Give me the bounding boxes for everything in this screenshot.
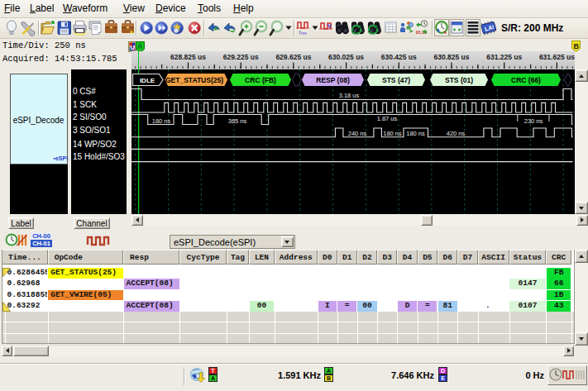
svg-text:180 ns: 180 ns: [383, 130, 402, 137]
svg-text:Tms: Tms: [299, 31, 307, 36]
svg-text:630.825 us: 630.825 us: [433, 53, 469, 61]
svg-text:A: A: [137, 42, 143, 50]
svg-text:630.425 us: 630.425 us: [381, 53, 417, 61]
svg-text:628.825 us: 628.825 us: [170, 53, 206, 61]
svg-text:1.87 us: 1.87 us: [377, 115, 398, 122]
svg-text:STS (47): STS (47): [382, 76, 410, 84]
svg-text:V: V: [327, 23, 332, 29]
svg-text:420 ns: 420 ns: [447, 130, 466, 137]
svg-text:IDLE: IDLE: [140, 77, 155, 84]
svg-text:629.225 us: 629.225 us: [223, 53, 259, 61]
svg-text:240 ns: 240 ns: [348, 130, 367, 137]
svg-text:RESP (08): RESP (08): [316, 76, 350, 84]
svg-text:180 ns: 180 ns: [152, 117, 171, 125]
svg-text:STS (01): STS (01): [445, 76, 473, 84]
svg-text:631.225 us: 631.225 us: [486, 53, 522, 61]
svg-text:230 ns: 230 ns: [524, 117, 543, 125]
svg-text:B: B: [573, 42, 579, 50]
svg-text:180 ns: 180 ns: [406, 130, 425, 137]
svg-text:365 ns: 365 ns: [228, 117, 247, 125]
svg-text:630.025 us: 630.025 us: [328, 53, 364, 61]
svg-text:631.625 us: 631.625 us: [539, 53, 575, 61]
svg-text:3.18 us: 3.18 us: [339, 92, 360, 99]
svg-text:629.625 us: 629.625 us: [275, 53, 311, 61]
svg-text:U: U: [130, 44, 135, 51]
svg-text:GET_STATUS(25): GET_STATUS(25): [165, 76, 223, 84]
svg-text:CRC (66): CRC (66): [511, 76, 541, 84]
svg-text:CRC (FB): CRC (FB): [245, 76, 276, 84]
